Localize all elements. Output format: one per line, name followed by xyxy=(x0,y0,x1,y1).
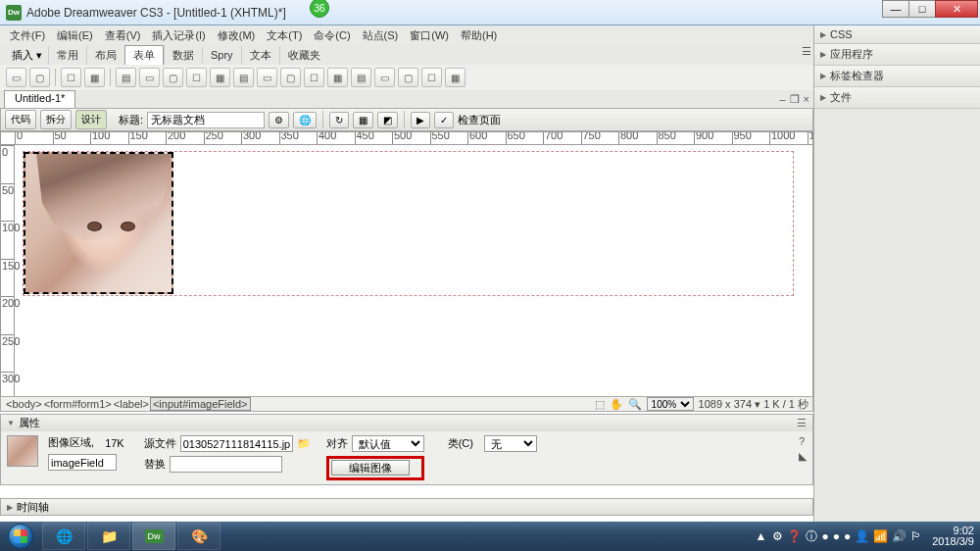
tray-icon[interactable]: ⓘ xyxy=(806,529,817,543)
document-tab[interactable]: Untitled-1* xyxy=(4,90,75,108)
tray-icon[interactable]: ● xyxy=(833,529,840,543)
insert-tool-button[interactable]: ▤ xyxy=(233,68,254,87)
doc-close-icon[interactable]: × xyxy=(804,93,809,105)
insert-tool-button[interactable]: ☐ xyxy=(304,68,324,87)
insert-tab[interactable]: 常用 xyxy=(48,46,86,65)
page-title-input[interactable] xyxy=(147,112,265,128)
insert-tool-button[interactable]: ▤ xyxy=(116,68,136,87)
view-options-icon[interactable]: ▦ xyxy=(353,112,373,128)
selected-image-field[interactable] xyxy=(24,152,173,294)
tray-icon[interactable]: 👤 xyxy=(855,529,869,543)
notification-badge[interactable]: 36 xyxy=(310,0,329,18)
menu-item[interactable]: 命令(C) xyxy=(308,26,356,45)
view-code-button[interactable]: 代码 xyxy=(5,110,36,129)
browse-icon[interactable]: 🌐 xyxy=(293,112,317,128)
close-button[interactable]: ✕ xyxy=(935,0,978,18)
insert-tool-button[interactable]: ▭ xyxy=(374,68,395,87)
insert-tab[interactable]: 收藏夹 xyxy=(279,46,328,65)
taskbar-ie-icon[interactable]: 🌐 xyxy=(42,523,85,550)
help-icon[interactable]: ? xyxy=(799,435,807,447)
zoom-select[interactable]: 100% xyxy=(647,397,694,411)
menu-item[interactable]: 文本(T) xyxy=(261,26,308,45)
insert-tool-button[interactable]: ▢ xyxy=(398,68,418,87)
insert-tool-button[interactable]: ☐ xyxy=(186,68,207,87)
panel-group-header[interactable]: 标签检查器 xyxy=(814,66,980,87)
insert-tool-button[interactable]: ▢ xyxy=(280,68,301,87)
toolbar-menu-icon[interactable]: ☰ xyxy=(802,45,811,58)
doc-minimize-icon[interactable]: – xyxy=(779,93,785,105)
toolbar-icon[interactable]: ⚙ xyxy=(269,112,289,128)
insert-dropdown[interactable]: 插入 ▾ xyxy=(6,47,48,64)
class-select[interactable]: 无 xyxy=(484,435,537,452)
menu-item[interactable]: 窗口(W) xyxy=(404,26,455,45)
tray-up-icon[interactable]: ▲ xyxy=(756,529,767,543)
insert-tool-button[interactable]: ☐ xyxy=(61,68,81,87)
panel-group-header[interactable]: 应用程序 xyxy=(814,44,980,66)
insert-tab[interactable]: Spry xyxy=(202,47,241,63)
menu-item[interactable]: 编辑(E) xyxy=(51,26,99,45)
tray-icon[interactable]: 🔊 xyxy=(892,529,906,543)
tray-icon[interactable]: 📶 xyxy=(873,529,888,543)
menu-item[interactable]: 帮助(H) xyxy=(455,26,503,45)
insert-tool-button[interactable]: ▭ xyxy=(6,68,26,87)
maximize-button[interactable]: □ xyxy=(908,0,936,18)
tray-icon[interactable]: ● xyxy=(821,529,828,543)
quick-tag-icon[interactable]: ◣ xyxy=(799,450,807,463)
tray-icon[interactable]: ● xyxy=(844,529,851,543)
menu-item[interactable]: 查看(V) xyxy=(99,26,147,45)
src-input[interactable] xyxy=(180,435,293,452)
taskbar-dreamweaver-icon[interactable]: Dw xyxy=(132,523,175,550)
panel-group-header[interactable]: CSS xyxy=(814,25,980,44)
menu-item[interactable]: 插入记录(I) xyxy=(146,26,211,45)
alt-input[interactable] xyxy=(170,456,282,473)
tray-clock[interactable]: 9:022018/3/9 xyxy=(932,526,974,547)
check-page-label[interactable]: 检查页面 xyxy=(458,113,501,127)
insert-tool-button[interactable]: ▦ xyxy=(84,68,105,87)
design-canvas[interactable]: 050100150200250300 xyxy=(0,145,813,410)
tag-selector-item[interactable]: <label> xyxy=(113,398,150,410)
insert-tool-button[interactable]: ▤ xyxy=(351,68,371,87)
insert-tool-button[interactable]: ▭ xyxy=(139,68,160,87)
minimize-button[interactable]: — xyxy=(882,0,909,18)
taskbar-explorer-icon[interactable]: 📁 xyxy=(87,523,130,550)
edit-image-button[interactable]: 编辑图像 xyxy=(331,460,410,476)
insert-tool-button[interactable]: ☐ xyxy=(421,68,442,87)
tray-icon[interactable]: ⚙ xyxy=(772,529,783,543)
check-icon[interactable]: ✓ xyxy=(434,112,454,128)
tag-selector-item[interactable]: <input#imageField> xyxy=(150,397,251,411)
insert-tab[interactable]: 文本 xyxy=(241,46,279,65)
tag-selector-item[interactable]: <body> xyxy=(5,398,43,410)
hand-tool-icon[interactable]: ✋ xyxy=(610,398,623,411)
zoom-tool-icon[interactable]: 🔍 xyxy=(628,398,642,411)
panel-group-header[interactable]: 文件 xyxy=(814,87,980,109)
taskbar-paint-icon[interactable]: 🎨 xyxy=(177,523,220,550)
view-split-button[interactable]: 拆分 xyxy=(40,110,72,129)
insert-tool-button[interactable]: ▢ xyxy=(163,68,183,87)
refresh-icon[interactable]: ↻ xyxy=(329,112,349,128)
align-select[interactable]: 默认值 xyxy=(352,435,424,452)
panel-menu-icon[interactable]: ☰ xyxy=(797,417,807,429)
properties-header[interactable]: 属性 xyxy=(19,416,40,430)
insert-tool-button[interactable]: ▢ xyxy=(29,68,50,87)
browse-folder-icon[interactable]: 📁 xyxy=(297,437,311,450)
insert-tool-button[interactable]: ▦ xyxy=(210,68,230,87)
view-design-button[interactable]: 设计 xyxy=(75,110,107,129)
menu-item[interactable]: 文件(F) xyxy=(4,26,51,45)
tag-selector-item[interactable]: <form#form1> xyxy=(43,398,113,410)
menu-item[interactable]: 修改(M) xyxy=(212,26,262,45)
name-input[interactable] xyxy=(48,454,117,471)
tray-icon[interactable]: ❓ xyxy=(787,529,802,543)
visual-aids-icon[interactable]: ◩ xyxy=(377,112,398,128)
insert-tool-button[interactable]: ▭ xyxy=(257,68,277,87)
insert-tab[interactable]: 数据 xyxy=(164,46,202,65)
doc-restore-icon[interactable]: ❐ xyxy=(790,93,800,106)
menu-item[interactable]: 站点(S) xyxy=(357,26,405,45)
tray-icon[interactable]: 🏳 xyxy=(910,529,922,543)
insert-tool-button[interactable]: ▦ xyxy=(445,68,466,87)
validate-icon[interactable]: ▶ xyxy=(411,112,430,128)
insert-tab[interactable]: 布局 xyxy=(86,46,124,65)
timeline-panel[interactable]: 时间轴 xyxy=(0,498,813,516)
select-tool-icon[interactable]: ⬚ xyxy=(595,398,605,411)
insert-tab[interactable]: 表单 xyxy=(124,45,164,65)
insert-tool-button[interactable]: ▦ xyxy=(327,68,348,87)
